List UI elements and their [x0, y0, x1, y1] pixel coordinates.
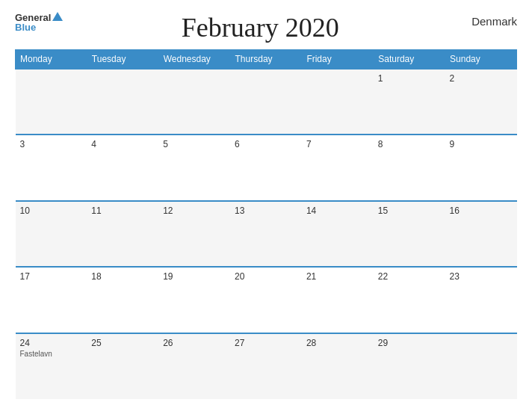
day-event: Fastelavn	[20, 350, 83, 358]
calendar-cell: 20	[230, 267, 302, 333]
weekday-header: Friday	[302, 50, 374, 69]
calendar-week-row: 24Fastelavn2526272829	[16, 333, 517, 399]
calendar-cell	[302, 69, 374, 135]
country-label: Denmark	[457, 12, 517, 28]
weekday-header: Monday	[16, 50, 87, 69]
calendar-week-row: 12	[16, 69, 517, 135]
calendar-cell: 23	[445, 267, 517, 333]
calendar-cell: 14	[302, 201, 374, 267]
calendar-cell	[445, 333, 517, 399]
logo-blue: Blue	[15, 22, 36, 32]
weekday-header: Sunday	[445, 50, 517, 69]
day-number: 10	[20, 206, 83, 216]
day-number: 28	[306, 338, 369, 348]
day-number: 26	[163, 338, 226, 348]
day-number: 15	[378, 206, 441, 216]
day-number: 11	[91, 206, 154, 216]
title-area: February 2020	[63, 12, 457, 43]
day-number: 9	[450, 139, 513, 149]
calendar-cell: 19	[158, 267, 230, 333]
weekday-header: Tuesday	[87, 50, 158, 69]
calendar-cell: 13	[230, 201, 302, 267]
day-number: 22	[378, 271, 441, 282]
day-number: 21	[306, 271, 369, 282]
day-number: 6	[235, 139, 297, 149]
calendar-cell: 9	[445, 135, 517, 200]
calendar-cell: 27	[230, 333, 302, 399]
calendar-cell: 11	[87, 201, 158, 267]
calendar-title: February 2020	[63, 12, 457, 43]
calendar-cell: 22	[374, 267, 445, 333]
day-number: 5	[163, 139, 226, 149]
logo: General Blue	[15, 12, 63, 32]
day-number: 14	[306, 206, 369, 216]
day-number: 18	[91, 271, 154, 282]
calendar-cell: 29	[374, 333, 445, 399]
calendar-cell: 12	[158, 201, 230, 267]
calendar-page: General Blue February 2020 Denmark Monda…	[0, 0, 532, 411]
day-number: 19	[163, 271, 226, 282]
header: General Blue February 2020 Denmark	[15, 12, 517, 43]
day-number: 3	[20, 139, 83, 149]
calendar-week-row: 10111213141516	[16, 201, 517, 267]
calendar-cell: 6	[230, 135, 302, 200]
calendar-cell: 5	[158, 135, 230, 200]
weekday-header: Wednesday	[158, 50, 230, 69]
day-number: 1	[378, 73, 441, 84]
weekday-header: Thursday	[230, 50, 302, 69]
logo-triangle-icon	[52, 12, 63, 21]
day-number: 8	[378, 139, 441, 149]
day-number: 25	[91, 338, 154, 348]
calendar-cell	[87, 69, 158, 135]
calendar-cell: 21	[302, 267, 374, 333]
calendar-cell: 16	[445, 201, 517, 267]
day-number: 7	[306, 139, 369, 149]
logo-inner: General Blue	[15, 12, 63, 32]
calendar-week-row: 3456789	[16, 135, 517, 200]
calendar-cell: 4	[87, 135, 158, 200]
calendar-cell: 28	[302, 333, 374, 399]
day-number: 24	[20, 338, 83, 348]
calendar-table: MondayTuesdayWednesdayThursdayFridaySatu…	[15, 49, 517, 399]
calendar-cell	[230, 69, 302, 135]
day-number: 2	[450, 73, 513, 84]
day-number: 12	[163, 206, 226, 216]
day-number: 13	[235, 206, 297, 216]
weekday-header-row: MondayTuesdayWednesdayThursdayFridaySatu…	[16, 50, 517, 69]
calendar-cell: 15	[374, 201, 445, 267]
calendar-week-row: 17181920212223	[16, 267, 517, 333]
calendar-cell: 1	[374, 69, 445, 135]
calendar-cell: 17	[16, 267, 87, 333]
day-number: 20	[235, 271, 297, 282]
calendar-cell	[16, 69, 87, 135]
calendar-cell: 24Fastelavn	[16, 333, 87, 399]
logo-row: General	[15, 12, 63, 22]
day-number: 29	[378, 338, 441, 348]
weekday-header: Saturday	[374, 50, 445, 69]
day-number: 17	[20, 271, 83, 282]
calendar-cell: 7	[302, 135, 374, 200]
day-number: 23	[450, 271, 513, 282]
calendar-cell: 3	[16, 135, 87, 200]
calendar-cell: 18	[87, 267, 158, 333]
logo-general: General	[15, 13, 51, 22]
day-number: 16	[450, 206, 513, 216]
calendar-cell: 8	[374, 135, 445, 200]
day-number: 4	[91, 139, 154, 149]
calendar-cell: 25	[87, 333, 158, 399]
calendar-cell: 10	[16, 201, 87, 267]
calendar-cell: 26	[158, 333, 230, 399]
calendar-cell: 2	[445, 69, 517, 135]
calendar-cell	[158, 69, 230, 135]
day-number: 27	[235, 338, 297, 348]
